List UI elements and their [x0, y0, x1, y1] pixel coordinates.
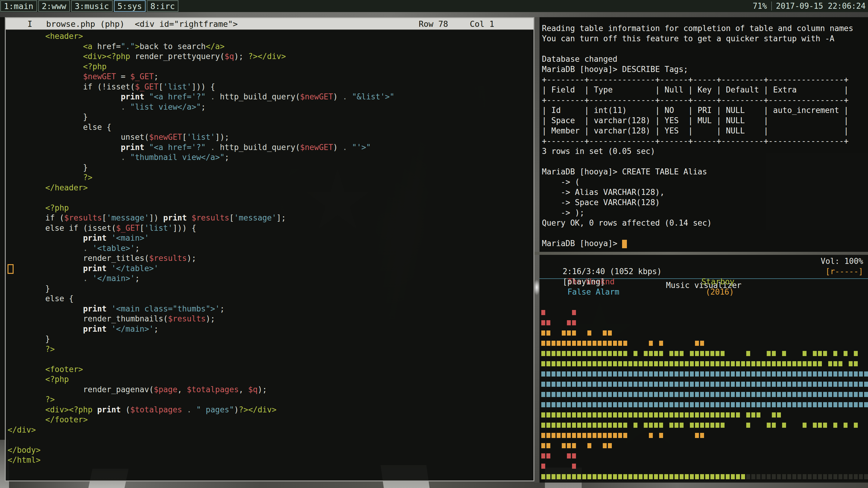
progress-cell-filled	[541, 474, 545, 479]
code-line	[7, 354, 533, 364]
code-token: <?php	[45, 203, 69, 213]
code-token: $totalpages	[130, 405, 182, 414]
code-token: <?php	[45, 375, 69, 384]
code-token: '<table>'	[93, 244, 135, 253]
code-token: }	[45, 284, 50, 293]
code-token: print	[121, 92, 149, 101]
progress-cell-filled	[715, 474, 719, 479]
progress-cell-filled	[633, 474, 638, 479]
visualizer-row	[541, 430, 868, 441]
player-status-line-2: [playing] Starboy (2016) [r-----]	[539, 266, 868, 276]
visualizer-row	[541, 399, 868, 410]
code-token: .	[206, 92, 220, 101]
tmux-window-www[interactable]: 2:www	[38, 0, 70, 12]
code-token: print	[83, 324, 111, 333]
visualizer-row	[541, 369, 868, 379]
progress-cell-filled	[567, 474, 571, 479]
code-token: print	[83, 304, 111, 313]
progress-bar[interactable]	[539, 473, 868, 480]
visualizer-row	[541, 420, 868, 430]
code-token: .	[121, 102, 130, 111]
music-player-pane[interactable]: 2:16/3:40 (1052 kbps) The Weeknd False A…	[539, 255, 868, 483]
progress-cell-empty	[849, 474, 852, 479]
code-token: 'list'	[163, 82, 192, 91]
progress-cell-filled	[547, 474, 550, 479]
code-token: 'message'	[107, 213, 149, 222]
code-token: print	[83, 233, 111, 242]
code-token: );	[206, 314, 215, 323]
code-token: [	[140, 224, 144, 233]
visualizer-row	[541, 379, 868, 389]
code-token: print	[83, 264, 111, 273]
code-line: }	[7, 112, 533, 122]
code-token: render_titles(	[83, 254, 149, 263]
progress-cell-empty	[756, 474, 761, 479]
code-token: "<a href='?"	[149, 92, 206, 101]
code-token: else {	[45, 294, 73, 303]
progress-cell-filled	[695, 474, 699, 479]
code-token: ]);	[215, 133, 229, 141]
tmux-window-irc[interactable]: 8:irc	[147, 0, 179, 12]
tmux-window-sys[interactable]: 5:sys	[114, 0, 146, 12]
code-token: ;	[154, 324, 158, 333]
code-token: ,	[239, 385, 248, 394]
visualizer-row	[541, 318, 868, 328]
progress-cell-empty	[787, 474, 791, 479]
code-token: <?php	[107, 52, 130, 61]
tmux-window-main[interactable]: 1:main	[0, 0, 37, 12]
terminal-output: Reading table information for completion…	[542, 23, 868, 249]
terminal-line: +--------+--------------+------+-----+--…	[542, 95, 868, 105]
code-token: </footer>	[45, 415, 88, 424]
code-token: ?>	[239, 405, 248, 414]
code-token: $_GET	[135, 82, 158, 91]
code-token: .	[338, 143, 352, 152]
terminal-line: Reading table information for completion…	[542, 23, 868, 33]
player-album: Starboy	[701, 277, 735, 286]
pane-divider-vertical[interactable]	[534, 17, 539, 483]
code-area[interactable]: <header> <a href=".">back to search</a> …	[6, 30, 533, 465]
database-terminal-pane[interactable]: Reading table information for completion…	[539, 17, 868, 252]
code-line: print '</table>'	[7, 264, 533, 274]
terminal-line: -> Space VARCHAR(128)	[542, 197, 868, 207]
code-line: print '<main>'	[7, 233, 533, 243]
status-right: 71% 2017-09-15 22:06:24	[749, 0, 868, 12]
code-token: <div>	[83, 52, 106, 61]
terminal-line: Query OK, 0 rows affected (0.14 sec)	[542, 218, 868, 228]
code-line: }	[7, 163, 533, 173]
code-token: print	[163, 213, 192, 222]
progress-cell-empty	[818, 474, 822, 479]
pane-divider-horizontal[interactable]	[534, 252, 868, 255]
code-line: . "list view</a>";	[7, 102, 533, 112]
code-token: </div>	[248, 405, 276, 414]
progress-cell-filled	[675, 474, 678, 479]
code-line: </div>	[7, 425, 533, 435]
code-line: ?>	[7, 173, 533, 183]
code-line: ?>	[7, 395, 533, 405]
player-album-group: Starboy (2016)	[673, 266, 735, 307]
code-token: )	[333, 143, 338, 152]
code-token: '<main class="thumbs">'	[111, 304, 220, 313]
code-token: ,	[178, 385, 187, 394]
code-line: else if (isset($_GET['list'])) {	[7, 223, 533, 233]
code-token: </div>	[258, 52, 286, 61]
terminal-line: You can turn off this feature to get a q…	[542, 33, 868, 44]
progress-cell-empty	[844, 474, 847, 479]
tmux-window-music[interactable]: 3:music	[71, 0, 113, 12]
code-token: ])) {	[192, 82, 215, 91]
clock: 2017-09-15 22:06:24	[772, 1, 868, 10]
code-token: ;	[220, 304, 224, 313]
code-token: else if (isset(	[45, 224, 116, 233]
progress-cell-filled	[572, 474, 576, 479]
code-line: }	[7, 284, 533, 294]
code-token: href=	[97, 42, 121, 51]
code-token: <header>	[45, 32, 83, 41]
code-token: $newGET	[149, 133, 182, 141]
code-token: .	[182, 405, 196, 414]
code-token: (	[125, 405, 130, 414]
code-token: render_thumbnails(	[83, 314, 168, 323]
code-token: $newGET	[300, 143, 333, 152]
editor-mode-indicator: I	[27, 19, 32, 29]
progress-cell-empty	[767, 474, 771, 479]
code-token: ?>	[248, 52, 257, 61]
code-token: [	[229, 213, 234, 222]
